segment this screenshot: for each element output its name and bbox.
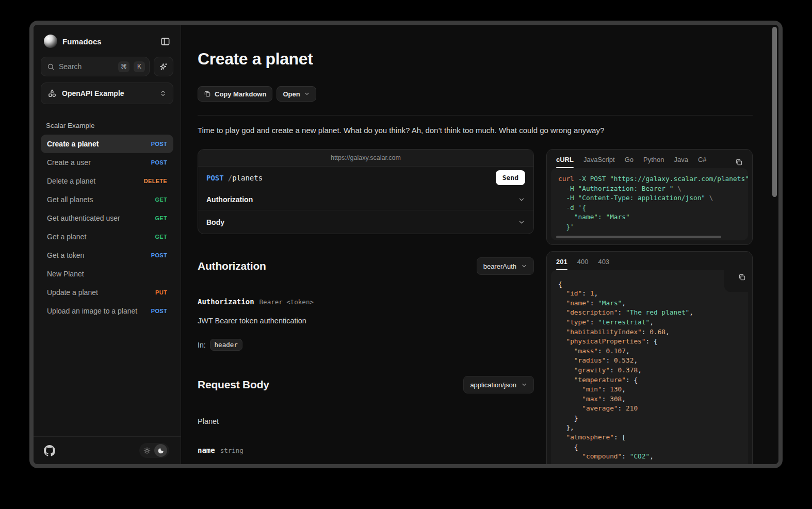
content-type-select[interactable]: application/json	[463, 376, 534, 393]
chevron-down-icon	[304, 91, 310, 97]
sidebar-item-label: Create a planet	[47, 140, 151, 148]
search-input[interactable]: Search ⌘ K	[41, 57, 150, 76]
code-line: "name": "Mars",	[558, 299, 741, 308]
curl-code-block: curl -X POST "https://galaxy.scalar.com/…	[551, 168, 748, 240]
auth-field-name: Authorization	[198, 298, 254, 306]
copy-icon[interactable]	[735, 158, 743, 166]
body-fields: namestringdescription?string | null	[198, 446, 534, 464]
status-tab-403[interactable]: 403	[598, 258, 609, 270]
open-label: Open	[283, 90, 300, 98]
code-line: -H "Content-Type: application/json" \	[558, 193, 741, 203]
body-collapsible[interactable]: Body	[198, 210, 533, 234]
sun-icon[interactable]	[140, 444, 153, 457]
send-button[interactable]: Send	[496, 170, 525, 185]
sidebar-nav: Create a planetPOSTCreate a userPOSTDele…	[41, 135, 173, 320]
lang-tab-javascript[interactable]: JavaScript	[583, 156, 615, 168]
sidebar-item-create-a-user[interactable]: Create a userPOST	[41, 153, 173, 172]
in-value-chip: header	[210, 339, 242, 351]
sidebar-item-get-a-token[interactable]: Get a tokenPOST	[41, 246, 173, 265]
authorization-collapsible[interactable]: Authorization	[198, 189, 533, 210]
shapes-icon	[47, 89, 57, 98]
copy-icon[interactable]	[738, 273, 746, 281]
lang-tab-c[interactable]: C#	[698, 156, 707, 168]
response-panel: 201400403 { "id": 1, "name": "Mars", "de…	[546, 251, 753, 464]
status-tab-400[interactable]: 400	[577, 258, 589, 270]
code-line: "gravity": 0.378,	[558, 366, 741, 375]
ai-search-button[interactable]	[154, 57, 173, 76]
code-line: "physicalProperties": {	[558, 337, 741, 347]
in-label: In:	[198, 341, 206, 349]
lang-tab-java[interactable]: Java	[674, 156, 688, 168]
theme-toggle[interactable]	[139, 443, 169, 458]
lang-tab-python[interactable]: Python	[643, 156, 664, 168]
code-line: },	[558, 423, 741, 433]
sidebar-item-create-a-planet[interactable]: Create a planetPOST	[41, 135, 173, 153]
content-type-value: application/json	[470, 381, 516, 389]
code-line: }'	[558, 222, 741, 232]
window-scrollbar-thumb[interactable]	[772, 27, 777, 197]
chevron-down-icon	[521, 263, 527, 269]
sidebar-item-label: Update a planet	[47, 288, 155, 297]
method-badge: POST	[151, 252, 167, 258]
auth-scheme-select[interactable]: bearerAuth	[477, 257, 534, 275]
lang-tab-curl[interactable]: cURL	[556, 156, 574, 168]
code-line: "name": "Mars"	[558, 212, 741, 222]
code-line: "type": "terrestrial",	[558, 318, 741, 327]
sidebar-header: Fumadocs	[41, 33, 173, 50]
sidebar-item-upload-an-image-to-a-planet[interactable]: Upload an image to a planetPOST	[41, 302, 173, 320]
code-line: "temperature": {	[558, 375, 741, 385]
sidebar-item-delete-a-planet[interactable]: Delete a planetDELETE	[41, 172, 173, 190]
authorization-heading: Authorization	[198, 260, 266, 272]
sidebar-footer	[34, 436, 181, 464]
open-button[interactable]: Open	[277, 86, 316, 102]
field-name: name	[198, 446, 215, 454]
app-window: Fumadocs Search ⌘ K	[29, 21, 783, 468]
sidebar: Fumadocs Search ⌘ K	[34, 25, 181, 464]
main-content: Create a planet Copy Markdown Open Time …	[181, 25, 778, 464]
api-spec-label: OpenAPI Example	[62, 89, 154, 97]
sidebar-item-label: Get a token	[47, 251, 151, 259]
sidebar-item-get-all-planets[interactable]: Get all planetsGET	[41, 190, 173, 209]
divider	[198, 115, 753, 116]
method-badge: GET	[155, 196, 167, 203]
sidebar-item-label: Get all planets	[47, 195, 155, 204]
method-badge: POST	[151, 159, 167, 166]
response-code-block: { "id": 1, "name": "Mars", "description"…	[551, 270, 748, 464]
search-placeholder: Search	[59, 62, 114, 71]
api-spec-select[interactable]: OpenAPI Example	[41, 83, 173, 104]
method-badge: GET	[155, 215, 167, 221]
horizontal-scrollbar-thumb[interactable]	[556, 236, 721, 238]
page-title: Create a planet	[198, 50, 753, 69]
response-copy-notch	[724, 270, 748, 292]
field-row-name: namestring	[198, 446, 534, 454]
sidebar-item-label: Delete a planet	[47, 177, 144, 185]
moon-icon[interactable]	[154, 444, 167, 457]
code-line: "average": 210	[558, 404, 741, 414]
code-line: {	[558, 442, 741, 452]
code-line: "max": 308,	[558, 395, 741, 404]
code-line: "compound": "CO2",	[558, 452, 741, 462]
lang-tab-go[interactable]: Go	[625, 156, 634, 168]
chevron-down-icon	[521, 382, 527, 388]
auth-field-type: Bearer <token>	[259, 298, 314, 306]
sidebar-item-get-a-planet[interactable]: Get a planetGET	[41, 227, 173, 246]
auth-scheme-value: bearerAuth	[483, 262, 516, 270]
sidebar-section-label: Scalar Example	[46, 122, 168, 129]
github-icon[interactable]	[44, 445, 55, 456]
code-language-tabs: cURLJavaScriptGoPythonJavaC#	[551, 154, 748, 168]
sidebar-item-label: New Planet	[47, 270, 167, 278]
status-tab-201[interactable]: 201	[556, 258, 567, 270]
copy-markdown-label: Copy Markdown	[215, 90, 266, 98]
sparkles-icon	[159, 62, 168, 71]
sidebar-item-get-authenticated-user[interactable]: Get authenticated userGET	[41, 209, 173, 227]
sidebar-item-new-planet[interactable]: New Planet	[41, 265, 173, 283]
sidebar-collapse-icon[interactable]	[160, 37, 170, 46]
copy-markdown-button[interactable]: Copy Markdown	[198, 86, 272, 102]
kbd-k: K	[134, 61, 145, 72]
code-line: "habitabilityIndex": 0.68,	[558, 327, 741, 337]
kbd-cmd: ⌘	[118, 61, 129, 72]
response-status-tabs: 201400403	[551, 256, 748, 270]
chevron-down-icon	[518, 196, 525, 203]
code-line: -d '{	[558, 203, 741, 213]
sidebar-item-update-a-planet[interactable]: Update a planetPUT	[41, 283, 173, 302]
